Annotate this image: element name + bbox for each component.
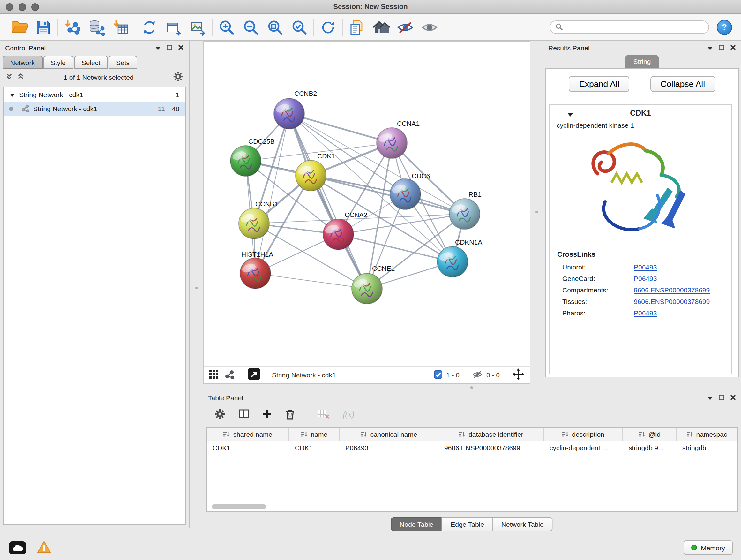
memory-button[interactable]: Memory (684, 540, 733, 555)
table-row[interactable]: CDK1 CDK1 P06493 9606.ENSP00000378699 cy… (207, 441, 737, 455)
svg-text:CCNE1: CCNE1 (372, 265, 395, 272)
cloud-status-icon[interactable] (9, 542, 26, 554)
column-header[interactable]: description (544, 428, 623, 441)
tab-edge-table[interactable]: Edge Table (442, 517, 493, 531)
clear-table-icon[interactable] (317, 409, 329, 420)
column-header[interactable]: shared name (207, 428, 289, 441)
clone-network-icon[interactable] (140, 17, 159, 37)
float-results-icon[interactable] (707, 44, 713, 52)
tab-string[interactable]: String (625, 55, 659, 68)
column-header[interactable]: database identifier (439, 428, 544, 441)
table-settings-gear-icon[interactable] (214, 408, 225, 421)
maximize-table-icon[interactable] (719, 394, 724, 401)
show-columns-icon[interactable] (239, 409, 249, 420)
float-panel-icon[interactable] (155, 44, 161, 52)
pharos-link[interactable]: P06493 (634, 309, 657, 317)
network-status-dot (9, 106, 13, 111)
tab-select[interactable]: Select (74, 56, 108, 69)
hide-selected-eye-icon[interactable] (396, 17, 415, 37)
column-header[interactable]: name (289, 428, 340, 441)
zoom-fit-icon[interactable] (266, 17, 285, 37)
pan-move-icon[interactable] (513, 368, 524, 381)
control-panel: Control Panel Network Style Select Sets (0, 41, 190, 528)
close-results-icon[interactable] (730, 44, 736, 52)
network-row[interactable]: String Network - cdk1 11 48 (4, 102, 185, 116)
network-view[interactable]: CCNB2CCNA1CDC25BCDK1CDC6RB1CCNB1CCNA2CDK… (203, 41, 530, 384)
protein-description: cyclin-dependent kinase 1 (549, 121, 731, 129)
tab-sets[interactable]: Sets (109, 56, 137, 69)
crosslink-row: Tissues: 9606.ENSP00000378699 (549, 296, 731, 307)
network-options-gear-icon[interactable] (173, 71, 183, 83)
hidden-eye-slash-icon[interactable] (472, 370, 482, 380)
collection-caret-icon[interactable] (10, 91, 15, 98)
column-header[interactable]: @id (623, 428, 677, 441)
expand-all-button[interactable]: Expand All (569, 76, 630, 92)
collapse-all-networks-icon[interactable] (6, 73, 13, 81)
right-splitter-handle[interactable] (536, 211, 538, 213)
expand-all-networks-icon[interactable] (17, 73, 24, 81)
hidden-indicator: 0 - 0 (486, 371, 500, 379)
tab-network-table[interactable]: Network Table (492, 517, 553, 531)
current-network-name: String Network - cdk1 (272, 371, 336, 379)
maximize-results-icon[interactable] (719, 44, 724, 52)
close-panel-icon[interactable] (178, 44, 184, 52)
network-share-icon[interactable] (225, 369, 234, 380)
edit-table-icon[interactable] (164, 17, 183, 37)
network-graph[interactable]: CCNB2CCNA1CDC25BCDK1CDC6RB1CCNB1CCNA2CDK… (204, 42, 531, 366)
network-collection-row[interactable]: String Network - cdk1 1 (4, 87, 185, 102)
compartments-link[interactable]: 9606.ENSP00000378699 (634, 286, 710, 294)
save-session-icon[interactable] (34, 17, 53, 37)
protein-card-caret-icon[interactable] (567, 111, 573, 118)
toolbar-search-box[interactable] (549, 20, 709, 34)
table-panel-title: Table Panel (208, 394, 243, 401)
delete-column-trash-icon[interactable] (285, 408, 295, 421)
close-table-icon[interactable] (730, 394, 736, 401)
collection-count: 1 (176, 91, 179, 98)
function-builder-icon[interactable]: f(x) (343, 409, 354, 420)
crosslink-row: Compartments: 9606.ENSP00000378699 (549, 284, 731, 296)
tab-network[interactable]: Network (3, 56, 43, 69)
add-column-plus-icon[interactable] (262, 409, 272, 420)
bottom-splitter-handle[interactable] (470, 386, 473, 389)
import-network-file-icon[interactable] (63, 17, 82, 37)
collection-label: String Network - cdk1 (19, 91, 83, 98)
collapse-all-button[interactable]: Collapse All (650, 76, 715, 92)
import-network-database-icon[interactable] (87, 17, 106, 37)
import-table-file-icon[interactable] (111, 17, 130, 37)
refresh-network-icon[interactable] (319, 17, 338, 37)
horizontal-scrollbar[interactable] (212, 504, 266, 509)
search-input[interactable] (566, 23, 703, 30)
grid-view-icon[interactable] (209, 370, 218, 380)
tab-style[interactable]: Style (43, 56, 73, 69)
warning-icon[interactable] (37, 541, 51, 554)
window-title: Session: New Session (0, 3, 741, 10)
network-label: String Network - cdk1 (33, 105, 97, 112)
genecard-link[interactable]: P06493 (634, 274, 657, 282)
selected-checkbox-icon[interactable] (434, 370, 442, 380)
svg-text:CCNB1: CCNB1 (255, 200, 278, 207)
network-node-count: 11 (158, 105, 165, 112)
birdseye-view-icon[interactable] (248, 368, 260, 382)
column-header[interactable]: canonical name (340, 428, 439, 441)
zoom-in-icon[interactable] (217, 17, 236, 37)
float-table-icon[interactable] (707, 394, 713, 401)
column-header[interactable]: namespac (677, 428, 737, 441)
selection-indicator: 1 - 0 (446, 371, 460, 379)
svg-text:CDKN1A: CDKN1A (455, 239, 482, 246)
tissues-link[interactable]: 9606.ENSP00000378699 (634, 298, 710, 305)
export-image-icon[interactable] (188, 17, 207, 37)
search-icon (555, 23, 563, 32)
results-panel: Results Panel String Expand All Collapse… (543, 41, 741, 384)
show-all-eye-icon[interactable] (420, 17, 439, 37)
zoom-selected-icon[interactable] (290, 17, 309, 37)
left-splitter-handle[interactable] (195, 287, 198, 289)
copy-document-icon[interactable] (347, 17, 366, 37)
results-panel-title: Results Panel (548, 44, 590, 52)
uniprot-link[interactable]: P06493 (634, 263, 657, 271)
open-session-icon[interactable] (10, 17, 29, 37)
help-button[interactable]: ? (717, 19, 732, 35)
maximize-panel-icon[interactable] (166, 44, 172, 52)
zoom-out-icon[interactable] (241, 17, 260, 37)
tab-node-table[interactable]: Node Table (391, 517, 442, 531)
home-icon[interactable] (372, 17, 391, 37)
